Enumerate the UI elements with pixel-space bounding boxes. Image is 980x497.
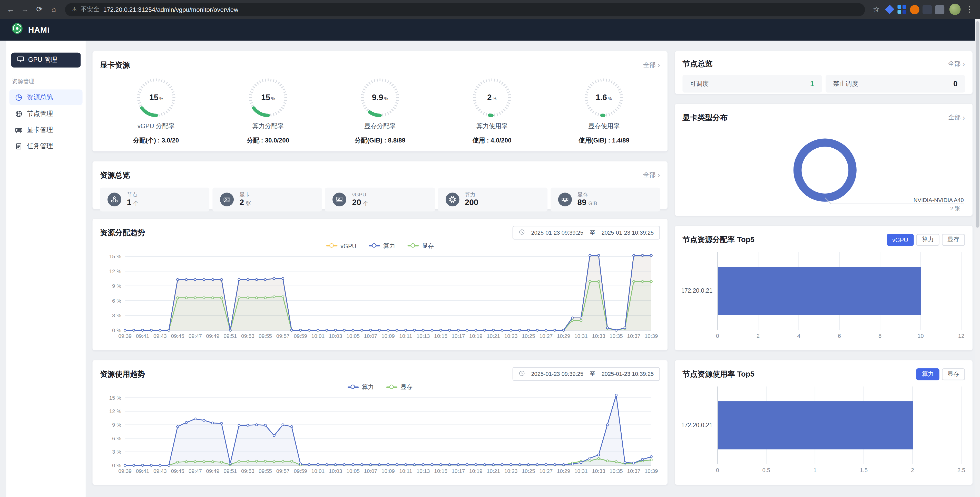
gauge-dial: 9.9%	[358, 75, 402, 120]
memory-icon	[561, 196, 568, 203]
svg-text:2.5: 2.5	[958, 467, 965, 473]
address-bar[interactable]: ⚠ 不安全 172.20.0.21:31254/admin/vgpu/monit…	[65, 3, 865, 16]
node-tile-1[interactable]: 禁止调度0	[826, 75, 965, 92]
page-scrollbar[interactable]	[975, 19, 980, 497]
stat-tile-3[interactable]: 算力200	[438, 188, 547, 212]
view-all-link[interactable]: 全部 ›	[948, 59, 965, 68]
extension-icon-5[interactable]	[935, 5, 945, 14]
node-tile-0[interactable]: 可调度1	[682, 75, 822, 92]
svg-text:09:43: 09:43	[153, 468, 167, 474]
svg-text:10:17: 10:17	[452, 333, 465, 339]
stat-tile-4[interactable]: 显存89GiB	[550, 188, 660, 212]
sidebar-item-0[interactable]: 资源总览	[10, 89, 83, 105]
legend-item-显存[interactable]: 显存	[387, 383, 412, 391]
svg-text:10:11: 10:11	[399, 333, 412, 339]
chevron-right-icon: ›	[963, 61, 965, 67]
legend-item-算力[interactable]: 算力	[369, 242, 395, 250]
chevron-right-icon: ›	[657, 172, 660, 178]
profile-avatar[interactable]	[950, 4, 961, 15]
donut-chart-svg: NVIDIA-NVIDIA A402 张	[682, 124, 965, 211]
card-title: 资源分配趋势	[100, 228, 145, 238]
node-tile-value: 0	[953, 79, 958, 88]
svg-text:9 %: 9 %	[112, 422, 121, 428]
legend-item-vGPU[interactable]: vGPU	[326, 242, 356, 249]
stat-text: vGPU20个	[352, 191, 368, 208]
svg-text:09:41: 09:41	[136, 333, 149, 339]
svg-text:0: 0	[716, 333, 719, 339]
gpu-type-donut-chart[interactable]: NVIDIA-NVIDIA A402 张	[682, 124, 965, 211]
stat-value: 89GiB	[578, 198, 597, 208]
usage_top5-filter-0[interactable]: 算力	[916, 368, 939, 380]
stat-text: 节点1个	[127, 191, 139, 208]
date-range-picker[interactable]: 2025-01-23 09:39:25 至 2025-01-23 10:39:2…	[512, 226, 660, 239]
stat-text: 显存89GiB	[578, 191, 597, 208]
stat-tile-1[interactable]: 显卡2张	[213, 188, 322, 212]
sidebar-item-1[interactable]: 节点管理	[10, 106, 83, 121]
svg-text:10:13: 10:13	[417, 468, 430, 474]
date-range-separator: 至	[590, 228, 595, 237]
metric-filter-group: 算力显存	[916, 368, 965, 380]
scrollbar-thumb[interactable]	[976, 21, 980, 228]
alloc_top5-filter-1[interactable]: 算力	[916, 234, 939, 245]
view-all-link[interactable]: 全部 ›	[643, 61, 660, 69]
view-all-link[interactable]: 全部 ›	[643, 171, 660, 180]
node-usage-top5-chart[interactable]: 00.511.522.5172.20.0.21	[682, 383, 965, 478]
svg-text:09:43: 09:43	[153, 333, 167, 339]
usage_top5-filter-1[interactable]: 显存	[942, 368, 965, 380]
view-all-label: 全部	[643, 61, 656, 69]
svg-text:09:55: 09:55	[259, 468, 272, 474]
forward-icon[interactable]: →	[19, 4, 31, 15]
svg-text:15%: 15%	[149, 93, 163, 102]
svg-text:1: 1	[813, 467, 816, 473]
date-range-end: 2025-01-23 10:39:25	[601, 371, 654, 377]
allocation-trend-chart[interactable]: 0 %3 %6 %9 %12 %15 %09:3909:4109:4309:45…	[100, 253, 660, 341]
svg-text:10:09: 10:09	[382, 468, 395, 474]
stat-tile-0[interactable]: 节点1个	[100, 188, 210, 212]
node-tile-label: 禁止调度	[833, 79, 858, 88]
stat-tile-2[interactable]: vGPU20个	[325, 188, 435, 212]
stat-tile-group: 节点1个显卡2张vGPU20个算力200显存89GiB	[100, 188, 660, 212]
svg-text:10: 10	[917, 333, 924, 339]
gpu-management-button[interactable]: GPU 管理	[11, 53, 81, 67]
svg-text:172.20.0.21: 172.20.0.21	[682, 422, 713, 429]
svg-text:12: 12	[958, 333, 964, 339]
svg-text:10:03: 10:03	[329, 468, 342, 474]
stat-icon-circle	[333, 193, 347, 206]
svg-text:10:25: 10:25	[522, 468, 535, 474]
svg-text:3 %: 3 %	[112, 312, 121, 318]
reload-icon[interactable]: ⟳	[34, 4, 45, 15]
gauge-1: 15%算力分配率分配 : 30.0/200	[212, 75, 324, 145]
brand-name: HAMi	[28, 25, 50, 34]
view-all-link[interactable]: 全部 ›	[948, 113, 965, 122]
chevron-right-icon: ›	[657, 62, 660, 68]
extension-icon-1[interactable]	[885, 5, 894, 14]
legend-item-显存[interactable]: 显存	[408, 242, 434, 250]
sidebar-item-3[interactable]: 任务管理	[10, 138, 83, 154]
home-icon[interactable]: ⌂	[48, 4, 59, 15]
security-warning-icon[interactable]: ⚠	[72, 6, 77, 12]
svg-text:NVIDIA-NVIDIA A40: NVIDIA-NVIDIA A40	[913, 197, 964, 203]
svg-text:10:05: 10:05	[346, 333, 360, 339]
stat-text: 算力200	[465, 191, 479, 208]
sidebar-item-2[interactable]: 显卡管理	[10, 122, 83, 138]
node-allocation-top5-chart[interactable]: 024681012172.20.0.21	[682, 248, 965, 343]
extension-icon-3[interactable]	[910, 5, 920, 14]
clock-icon	[519, 229, 525, 236]
extension-icon-4[interactable]	[923, 5, 932, 14]
gauge-dial: 15%	[245, 75, 290, 120]
browser-menu-icon[interactable]: ⋮	[964, 4, 975, 15]
legend-item-算力[interactable]: 算力	[348, 383, 374, 391]
bookmark-star-icon[interactable]: ☆	[871, 4, 882, 15]
svg-text:09:49: 09:49	[206, 468, 220, 474]
back-icon[interactable]: ←	[5, 4, 16, 15]
extension-icon-2[interactable]	[897, 5, 907, 14]
usage-trend-chart[interactable]: 0 %3 %6 %9 %12 %15 %09:3909:4109:4309:45…	[100, 394, 660, 477]
alloc_top5-filter-0[interactable]: vGPU	[887, 234, 914, 245]
stat-unit: 个	[133, 200, 138, 206]
alloc_top5-filter-2[interactable]: 显存	[942, 234, 965, 245]
chart-legend: vGPU算力显存	[100, 241, 660, 250]
gauge-dial: 2%	[469, 75, 514, 120]
date-range-picker[interactable]: 2025-01-23 09:39:25 至 2025-01-23 10:39:2…	[512, 367, 660, 381]
gauge-4: 1.6%显存使用率使用(GiB) : 1.4/89	[548, 75, 660, 145]
stat-value: 20个	[352, 198, 368, 208]
